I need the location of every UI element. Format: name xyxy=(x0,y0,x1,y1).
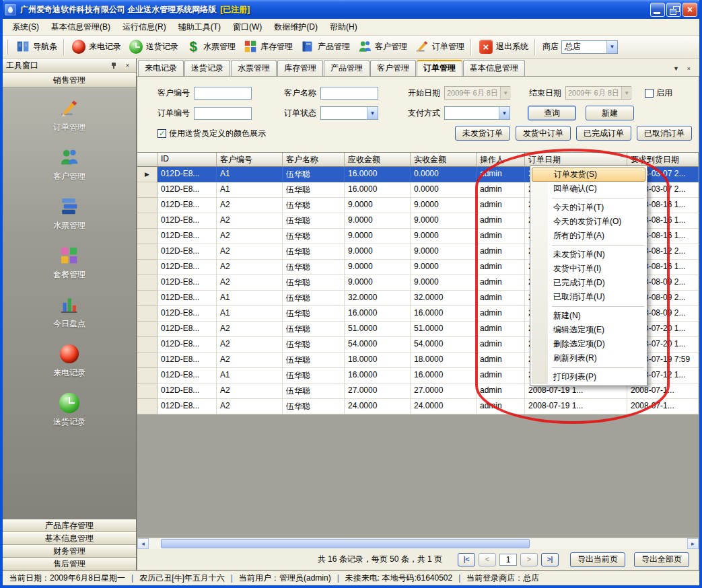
column-header-operator[interactable]: 操作人 xyxy=(477,153,525,167)
order-status-select[interactable]: ▼ xyxy=(320,106,378,120)
scrollbar-track[interactable] xyxy=(149,538,687,549)
column-header-required-date[interactable]: 要求到货日期 xyxy=(627,153,699,167)
scroll-right-button[interactable]: ► xyxy=(687,538,699,549)
last-page-button[interactable]: >| xyxy=(541,553,559,566)
column-header-received[interactable]: 实收金额 xyxy=(411,153,477,167)
table-row[interactable]: ▶ 012D-E8... A2 伍华聪 24.0000 24.0000 admi… xyxy=(137,399,699,414)
next-page-button[interactable]: > xyxy=(520,553,538,566)
store-select[interactable]: 总店 ▼ xyxy=(561,40,618,54)
context-menu-item-all-orders[interactable]: 所有的订单(A) xyxy=(532,229,645,243)
customer-name-input[interactable] xyxy=(320,87,378,100)
end-date-picker[interactable]: 2009年 6月 8日 ▼ xyxy=(565,86,631,100)
call-record-icon xyxy=(71,39,87,55)
cell-required-date: 2008-07-1... xyxy=(627,399,699,414)
sidebar-group-product-inventory[interactable]: 产品库存管理 xyxy=(3,519,136,532)
tab[interactable]: 订单管理 xyxy=(417,60,462,76)
menu-item[interactable]: 数据维护(D) xyxy=(268,20,324,35)
not-shipped-orders-button[interactable]: 未发货订单 xyxy=(455,126,510,141)
context-menu-item-new[interactable]: 新建(N) xyxy=(532,309,645,323)
context-menu-item-today-orders[interactable]: 今天的订单(T) xyxy=(532,200,645,215)
sidebar-item-customer-management[interactable]: 客户管理 xyxy=(53,146,85,182)
order-no-input[interactable] xyxy=(194,107,252,120)
tab[interactable]: 来电记录 xyxy=(138,60,184,76)
toolbar-button-navigator[interactable]: 导航条 xyxy=(11,38,61,57)
first-page-button[interactable]: |< xyxy=(458,553,475,566)
column-header-customer-name[interactable]: 客户名称 xyxy=(283,153,345,167)
toolbar-button-customer[interactable]: 客户管理 xyxy=(353,38,411,57)
menu-item[interactable]: 窗口(W) xyxy=(227,20,268,35)
pay-method-select[interactable]: ▼ xyxy=(444,106,510,120)
sidebar-group-after-sale[interactable]: 售后管理 xyxy=(3,558,136,571)
enable-date-checkbox[interactable]: 启用 xyxy=(645,87,672,99)
column-header-id[interactable]: ID xyxy=(157,153,217,167)
toolbar-button-delivery-record[interactable]: 送货记录 xyxy=(125,38,182,57)
page-number-input[interactable]: 1 xyxy=(499,554,517,566)
toolbar-button-water-ticket[interactable]: $ 水票管理 xyxy=(182,38,239,57)
sidebar-close-button[interactable]: × xyxy=(122,61,133,71)
minimize-button[interactable] xyxy=(650,3,665,17)
context-menu-item-confirm-receipt[interactable]: 回单确认(C) xyxy=(532,182,645,196)
context-menu-item-edit-selected[interactable]: 编辑选定项(E) xyxy=(532,323,645,337)
cell-customer-no: A2 xyxy=(217,322,283,337)
toolbar-button-exit[interactable]: × 退出系统 xyxy=(475,38,532,57)
tab-close-button[interactable]: × xyxy=(684,63,694,73)
color-display-checkbox[interactable]: ✓ 使用送货员定义的颜色展示 xyxy=(157,128,266,139)
menu-item[interactable]: 基本信息管理(B) xyxy=(45,20,116,35)
context-menu-item-ship-order[interactable]: 订单发货(S) xyxy=(532,168,645,182)
horizontal-scrollbar[interactable]: ◄ ► xyxy=(137,538,699,549)
scrollbar-thumb[interactable] xyxy=(161,539,530,548)
menu-item[interactable]: 帮助(H) xyxy=(324,20,363,35)
toolbar-button-order[interactable]: 订单管理 xyxy=(411,38,468,57)
cell-receivable: 54.0000 xyxy=(345,337,411,353)
export-all-pages-button[interactable]: 导出全部页 xyxy=(634,552,689,567)
tab-list-dropdown-button[interactable]: ▼ xyxy=(671,63,681,73)
query-button[interactable]: 查询 xyxy=(528,106,576,120)
tab[interactable]: 产品管理 xyxy=(324,60,370,76)
prev-page-button[interactable]: < xyxy=(479,553,496,566)
tab[interactable]: 客户管理 xyxy=(370,60,416,76)
close-button[interactable]: × xyxy=(682,3,697,17)
tab[interactable]: 基本信息管理 xyxy=(463,60,525,76)
menu-item[interactable]: 辅助工具(T) xyxy=(172,20,227,35)
completed-orders-button[interactable]: 已完成订单 xyxy=(576,126,631,141)
pin-button[interactable] xyxy=(109,61,119,71)
context-menu-item-not-shipped[interactable]: 未发货订单(N) xyxy=(532,248,645,262)
column-header-receivable[interactable]: 应收金额 xyxy=(345,153,411,167)
export-current-page-button[interactable]: 导出当前页 xyxy=(570,552,625,567)
column-header-customer-no[interactable]: 客户编号 xyxy=(217,153,283,167)
cancelled-orders-button[interactable]: 已取消订单 xyxy=(637,126,692,141)
start-date-picker[interactable]: 2009年 6月 8日 ▼ xyxy=(444,86,510,100)
context-menu-item-refresh-list[interactable]: 刷新列表(R) xyxy=(532,351,645,365)
sidebar-group-basic-info[interactable]: 基本信息管理 xyxy=(3,532,136,545)
sidebar-group-sales[interactable]: 销售管理 xyxy=(3,73,136,87)
context-menu-item-completed[interactable]: 已完成订单(D) xyxy=(532,276,645,290)
context-menu-item-cancelled[interactable]: 已取消订单(U) xyxy=(532,290,645,304)
toolbar-button-inventory[interactable]: 库存管理 xyxy=(239,38,296,57)
toolbar-button-call-record[interactable]: 来电记录 xyxy=(67,38,125,57)
sidebar-item-package-management[interactable]: 套餐管理 xyxy=(53,244,85,281)
cell-operator: admin xyxy=(477,337,525,353)
sidebar-group-finance[interactable]: 财务管理 xyxy=(3,545,136,558)
sidebar-item-order-management[interactable]: 订单管理 xyxy=(53,97,85,133)
tab[interactable]: 库存管理 xyxy=(277,60,323,76)
column-header-order-date[interactable]: 订单日期 xyxy=(525,153,627,167)
toolbar-button-product[interactable]: 产品管理 xyxy=(296,38,353,57)
sidebar-item-daily-inventory[interactable]: 今日盘点 xyxy=(53,293,85,330)
sidebar-item-call-record[interactable]: 来电记录 xyxy=(53,342,85,379)
menu-item[interactable]: 系统(S) xyxy=(6,20,45,35)
menu-item[interactable]: 运行信息(R) xyxy=(116,20,172,35)
context-menu-item-delete-selected[interactable]: 删除选定项(D) xyxy=(532,337,645,351)
cell-customer-name: 伍华聪 xyxy=(283,368,345,383)
sidebar-item-delivery-record[interactable]: 送货记录 xyxy=(53,392,85,428)
tab[interactable]: 水票管理 xyxy=(231,60,277,76)
new-button[interactable]: 新建 xyxy=(586,106,634,120)
context-menu-item-print-list[interactable]: 打印列表(P) xyxy=(532,370,645,384)
scroll-left-button[interactable]: ◄ xyxy=(137,538,149,549)
restore-button[interactable] xyxy=(666,3,681,17)
sidebar-item-water-ticket[interactable]: 水票管理 xyxy=(53,195,85,231)
customer-no-input[interactable] xyxy=(194,87,252,100)
context-menu-item-shipping[interactable]: 发货中订单(I) xyxy=(532,262,645,276)
tab[interactable]: 送货记录 xyxy=(184,60,230,76)
shipping-orders-button[interactable]: 发货中订单 xyxy=(516,126,571,141)
context-menu-item-today-shipped-orders[interactable]: 今天的发货订单(O) xyxy=(532,215,645,229)
